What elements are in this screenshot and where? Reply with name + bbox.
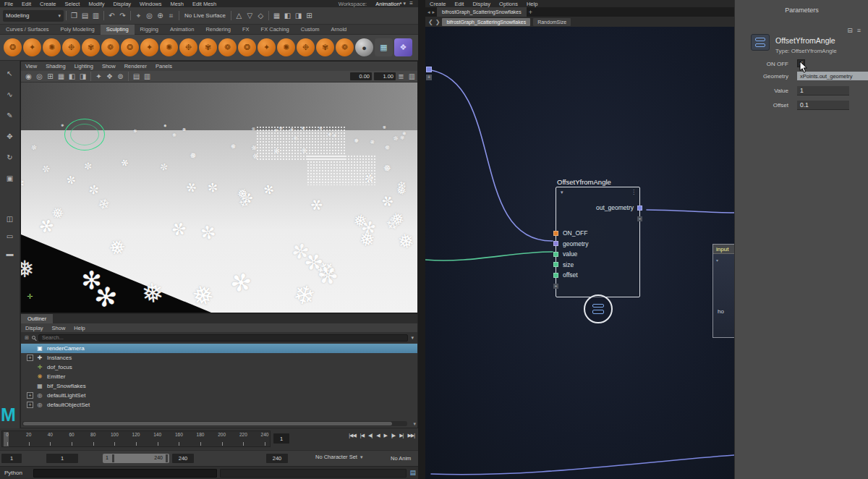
toolbar-icon[interactable]: ⊞: [45, 71, 56, 82]
expand-toggle-icon[interactable]: +: [27, 355, 33, 361]
collapse-icon[interactable]: ▾: [561, 190, 563, 195]
toolbar-icon[interactable]: ❐: [69, 10, 80, 22]
outliner-item[interactable]: +◎defaultObjectSet: [21, 400, 417, 410]
viewport-menu[interactable]: Shading: [41, 63, 70, 69]
shelf-tab[interactable]: Arnold: [326, 25, 353, 35]
tab-scroll-right-icon[interactable]: ▸: [433, 9, 435, 15]
input-port[interactable]: [553, 262, 558, 267]
toolbar-icon[interactable]: ⌖: [133, 10, 144, 22]
toolbar-icon[interactable]: ⊕: [155, 10, 166, 22]
shelf-tab[interactable]: FX: [237, 25, 255, 35]
sculpt-brush-icon[interactable]: ✾: [82, 38, 100, 56]
sphere-tool-icon[interactable]: ●: [355, 38, 373, 56]
viewport-menu[interactable]: View: [21, 63, 41, 69]
outliner-item[interactable]: +✚Instances: [21, 353, 417, 363]
maya-menu[interactable]: Mesh: [166, 1, 188, 7]
wire-out-geometry[interactable]: [647, 210, 734, 213]
node-input-clipped[interactable]: input ▾ ho: [712, 244, 734, 338]
node-menu-icon[interactable]: ⋮: [631, 189, 637, 195]
playback-start-field[interactable]: 1: [46, 454, 78, 463]
bifrost-menu[interactable]: Edit: [451, 1, 469, 7]
workspace-selector[interactable]: Animation*: [371, 1, 403, 7]
shelf-tab[interactable]: Curves / Surfaces: [0, 25, 55, 35]
outliner-item[interactable]: ✛dof_focus: [21, 363, 417, 372]
breadcrumb-chip[interactable]: RandomSize: [533, 18, 571, 26]
anim-end-field[interactable]: 240: [266, 454, 288, 463]
outliner-menu[interactable]: Help: [69, 325, 89, 331]
sculpt-brush-icon[interactable]: ❁: [218, 38, 237, 56]
dock-icon[interactable]: ⊟: [847, 27, 853, 34]
chevron-down-icon[interactable]: ▾: [413, 421, 416, 427]
sculpt-brush-icon[interactable]: ✾: [199, 38, 217, 56]
edge-add-port-button[interactable]: +: [426, 75, 432, 80]
sculpt-brush-icon[interactable]: ❂: [121, 38, 139, 56]
input-node-header[interactable]: input: [713, 245, 734, 254]
toolbar-icon[interactable]: ◨: [293, 10, 304, 22]
graph-tab[interactable]: bifrostGraph_ScatteringSnowflakes: [437, 7, 527, 17]
toolbar-icon[interactable]: ✦: [93, 71, 104, 82]
exposure-field[interactable]: 0.00: [350, 72, 372, 80]
live-surface-status[interactable]: No Live Surface: [184, 12, 226, 19]
menu-set-dropdown[interactable]: Modeling ▾: [3, 10, 64, 22]
toolbar-icon[interactable]: ▬: [4, 248, 15, 260]
bifrost-menu[interactable]: Create: [425, 1, 451, 7]
input-port[interactable]: [553, 241, 558, 246]
toolbar-icon[interactable]: ❖: [104, 71, 115, 82]
toolbar-icon[interactable]: ▤: [131, 71, 142, 82]
input-port[interactable]: [553, 252, 558, 257]
sculpt-brush-icon[interactable]: ❉: [179, 38, 197, 56]
sculpt-brush-icon[interactable]: ✦: [140, 38, 158, 56]
output-port[interactable]: [637, 205, 642, 211]
maya-menu[interactable]: File: [0, 1, 17, 7]
toolbar-icon[interactable]: ◨: [77, 71, 88, 82]
maya-menu[interactable]: Display: [109, 1, 136, 7]
toolbar-icon[interactable]: ◫: [4, 213, 15, 225]
maya-menu[interactable]: Windows: [135, 1, 166, 7]
sculpt-brush-icon[interactable]: ✺: [43, 38, 61, 56]
sculpt-brush-icon[interactable]: ✦: [258, 38, 276, 56]
add-output-button[interactable]: +: [637, 216, 642, 221]
shelf-tab[interactable]: Animation: [164, 25, 200, 35]
toolbar-icon[interactable]: ⊚: [115, 71, 126, 82]
toolbar-icon[interactable]: ▤: [80, 10, 90, 22]
playback-button[interactable]: ▶|: [397, 433, 405, 438]
shelf-tab[interactable]: FX Caching: [255, 25, 295, 35]
toolbar-icon[interactable]: ▥: [407, 71, 417, 82]
bifrost-menu[interactable]: Display: [468, 1, 495, 7]
viewport-canvas[interactable]: ❄❅✻✼❄❅✻✼❄❅✻✼❄❅✻✼❄❅✻✼❄❅✻✼❄❅✻✼❄❅✻✼❄❅✻✼❄❅✻✼…: [21, 82, 417, 313]
toolbar-icon[interactable]: ↖: [4, 68, 15, 80]
wire-value[interactable]: [425, 252, 553, 260]
tab-scroll-left-icon[interactable]: ◂: [427, 9, 430, 15]
compound-node-badge[interactable]: [584, 294, 613, 323]
shelf-tab[interactable]: Rendering: [200, 25, 237, 35]
maya-menu[interactable]: Modify: [84, 1, 109, 7]
outliner-search-input[interactable]: [38, 334, 409, 342]
anim-start-field[interactable]: 1: [1, 454, 22, 463]
input-port[interactable]: [553, 231, 558, 236]
maya-menu[interactable]: Create: [35, 1, 61, 7]
outliner-item[interactable]: ▦bif_Snowflakes: [21, 381, 417, 391]
sculpt-brush-icon[interactable]: ❂: [238, 38, 256, 56]
value-field[interactable]: 1: [797, 86, 849, 96]
toolbar-icon[interactable]: ▦: [271, 10, 282, 22]
shelf-tab[interactable]: Custom: [295, 25, 326, 35]
nav-forward-icon[interactable]: ❯: [435, 19, 441, 25]
bifrost-menu[interactable]: Help: [522, 1, 542, 7]
playback-button[interactable]: ◀: [374, 433, 381, 438]
expand-toggle-icon[interactable]: +: [27, 392, 33, 399]
viewport-menu[interactable]: Renderer: [120, 63, 151, 69]
toolbar-icon[interactable]: ▽: [244, 10, 255, 22]
toolbar-icon[interactable]: ▥: [142, 71, 153, 82]
toolbar-icon[interactable]: ◎: [34, 71, 45, 82]
viewport-menu[interactable]: Show: [98, 63, 120, 69]
outliner-item[interactable]: ❋Emitter: [21, 372, 417, 381]
bifrost-tool-icon[interactable]: ❖: [394, 38, 412, 56]
timeline-ruler[interactable]: 020406080100120140160180200220240: [1, 431, 271, 447]
playback-button[interactable]: ▶▶|: [405, 433, 417, 438]
range-slider[interactable]: 1 240: [103, 454, 169, 463]
sculpt-brush-icon[interactable]: ❁: [101, 38, 119, 56]
toolbar-icon[interactable]: ✎: [4, 110, 15, 122]
offset-field[interactable]: 0.1: [797, 101, 849, 110]
viewport-menu[interactable]: Lighting: [70, 63, 98, 69]
expand-toggle-icon[interactable]: +: [27, 402, 33, 408]
